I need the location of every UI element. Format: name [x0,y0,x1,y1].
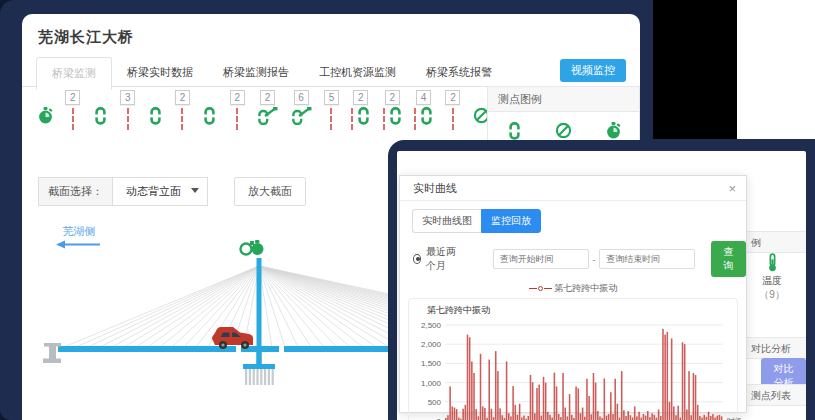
query-end-time-input[interactable] [599,249,695,269]
chevron-down-icon [191,188,199,193]
chart-legend[interactable]: 第七跨跨中振动 [400,282,746,295]
query-start-time-input[interactable] [493,249,589,269]
overlay-window: 例 温度 （9） 对比分析 对比分析 测点列表 实时曲线 × 实时曲线图监控回放 [388,140,815,420]
sensor-count-badge[interactable]: 6 [294,90,309,105]
modal-tab-2[interactable]: 监控回放 [481,209,541,233]
legend-panel-icons [488,112,639,140]
sensor-count-badge[interactable]: 4 [416,90,431,105]
link-sensor-icon[interactable] [420,107,433,125]
svg-text:1,500: 1,500 [421,359,442,368]
legend-marker [529,288,537,289]
sensor-group: 4 [414,90,433,133]
sensor-group: 2 [65,90,80,133]
chart-title: 第七跨跨中振动 [427,304,737,317]
red-dashed-line [72,108,74,130]
link-sensor-icon[interactable] [94,107,107,125]
clock-icon[interactable] [38,107,53,125]
sensor-group: 6 [291,90,312,133]
zoom-section-button[interactable]: 放大截面 [234,177,306,206]
last-two-months-radio[interactable] [413,254,421,264]
link-sensor-icon[interactable] [357,107,370,125]
red-dashed-line [351,108,353,130]
link-sensor-icon[interactable] [389,107,402,125]
query-row: 最近两个月 - 查询 [413,241,746,277]
realtime-curve-modal: 实时曲线 × 实时曲线图监控回放 最近两个月 - 查询 第七跨跨中振动 [399,175,747,413]
legend-panel-title: 测点图例 [488,87,639,112]
modal-tab-1[interactable]: 实时曲线图 [412,209,481,233]
overlay-window-page: 例 温度 （9） 对比分析 对比分析 测点列表 实时曲线 × 实时曲线图监控回放 [397,151,806,420]
red-dashed-line [181,108,183,130]
sensor-group: 5 [324,90,339,133]
modal-title: 实时曲线 [413,182,457,194]
sensor-group: 2 [383,90,402,133]
forbidden-icon[interactable] [555,122,572,139]
date-range-separator: - [589,254,599,265]
red-dashed-line [236,108,238,130]
center-pier-stem [257,352,262,366]
sensor-group: 0 [93,90,108,133]
main-tabbar: 桥梁监测桥梁实时数据桥梁监测报告工控机资源监测桥梁系统报警 视频监控 [22,56,640,87]
section-select[interactable]: 动态背立面 [112,177,208,206]
left-pier [43,343,61,363]
center-pier-foundation [245,369,274,385]
main-tab-3[interactable]: 桥梁监测报告 [208,57,304,88]
sensor-group: 0 [202,90,217,133]
main-tab-4[interactable]: 工控机资源监测 [304,57,411,88]
red-dashed-line [452,108,454,130]
sensor-count-badge[interactable]: 2 [65,90,80,105]
sensor-count-badge[interactable]: 2 [230,90,245,105]
section-select-value: 动态背立面 [126,185,181,197]
sensor-count-badge[interactable]: 3 [120,90,135,105]
cantilever-sensor-icon[interactable] [257,107,278,125]
main-tab-5[interactable]: 桥梁系统报警 [411,57,507,88]
sensor-count-badge[interactable]: 2 [175,90,190,105]
desktop-background: 芜湖长江大桥 桥梁监测桥梁实时数据桥梁监测报告工控机资源监测桥梁系统报警 视频监… [0,0,815,420]
temperature-label: 温度 [749,274,795,288]
chart-panel: 第七跨跨中振动 2,5002,0001,5001,00050002018-09-… [408,298,738,420]
sidebar-compare-header: 对比分析 [737,337,806,359]
sensor-group: 2 [257,90,278,133]
cantilever-sensor-icon[interactable] [291,107,312,125]
main-tab-2[interactable]: 桥梁实时数据 [112,57,208,88]
link-sensor-icon[interactable] [203,107,216,125]
thermometer-icon [766,253,779,272]
query-button[interactable]: 查询 [711,241,746,277]
sensor-group: 2 [351,90,370,133]
section-controls: 截面选择： 动态背立面 放大截面 [38,177,306,206]
clock-icon[interactable] [606,122,621,140]
video-monitor-button[interactable]: 视频监控 [560,59,626,82]
main-tab-1[interactable]: 桥梁监测 [36,57,112,90]
sensor-count-badge[interactable]: 2 [445,90,460,105]
sidebar-legend-header-fragment: 例 [737,231,806,253]
svg-text:2,500: 2,500 [421,321,442,330]
center-pier-cap [243,364,275,369]
close-icon[interactable]: × [728,176,736,201]
red-dashed-line [127,108,129,130]
sensor-count-badge[interactable]: 5 [324,90,339,105]
svg-text:500: 500 [428,398,442,407]
vibration-chart: 2,5002,0001,5001,00050002018-09-30 16:01… [411,317,741,420]
tower-top-sensor-icon [241,240,264,255]
sensor-count-badge[interactable]: 2 [260,90,275,105]
red-dashed-line [383,108,385,130]
sensor-group: 3 [120,90,135,133]
top-right-white-region [737,0,815,139]
sensor-group: 2 [445,90,460,133]
chart-legend-label: 第七跨跨中振动 [554,283,617,293]
modal-header: 实时曲线 × [400,176,746,201]
red-dashed-line [330,108,332,130]
svg-text:2,000: 2,000 [421,340,442,349]
svg-text:1,000: 1,000 [421,379,442,388]
radio-label: 最近两个月 [426,245,463,273]
sensor-count-badge[interactable]: 2 [353,90,368,105]
red-dashed-line [414,108,416,130]
link-sensor-icon[interactable] [508,122,521,140]
sensor-count-badge[interactable]: 2 [385,90,400,105]
section-select-label: 截面选择： [38,177,112,206]
sidebar-point-list-header: 测点列表 [737,384,806,406]
sensor-group: 0 [148,90,163,133]
link-sensor-icon[interactable] [149,107,162,125]
modal-tabbar: 实时曲线图监控回放 [412,209,541,233]
sidebar-temperature-item[interactable]: 温度 （9） [749,253,795,302]
top-right-black-region [653,0,737,139]
